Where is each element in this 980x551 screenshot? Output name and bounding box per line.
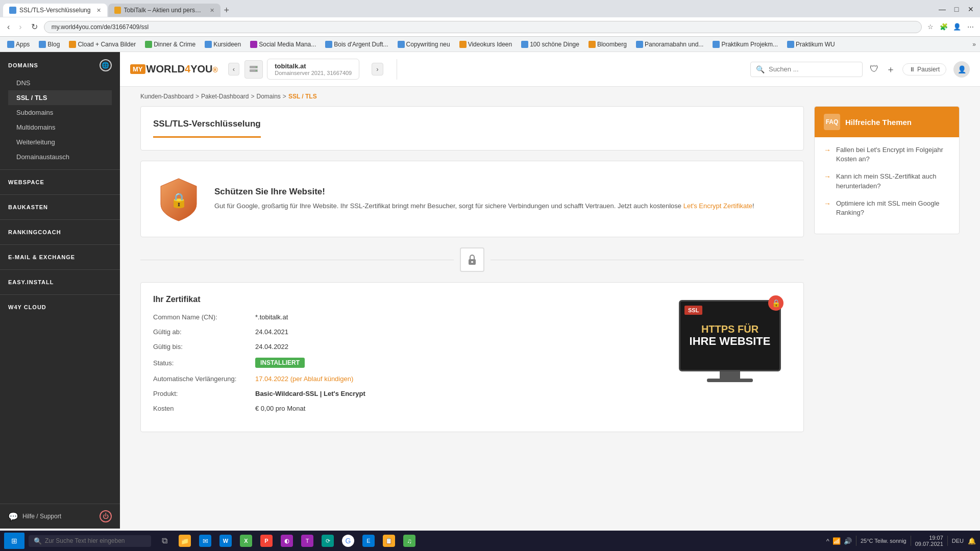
status-badge: INSTALLIERT (255, 358, 305, 368)
reload-button[interactable]: ↻ (28, 21, 41, 33)
server-icon (244, 60, 263, 79)
new-tab-button[interactable]: + (224, 5, 229, 16)
bookmark-cload[interactable]: Cload + Canva Bilder (66, 40, 139, 49)
domain-info: tobitalk.at Domainserver 2021, 31667409 (267, 59, 359, 80)
cert-value-gueltig-ab: 24.04.2021 (255, 328, 288, 336)
sidebar-item-subdomains[interactable]: Subdomains (8, 105, 112, 120)
shield-nav-icon[interactable]: 🛡 (870, 64, 879, 74)
user-profile-icon[interactable]: 👤 (951, 21, 963, 33)
bookmark-icon-dinner (145, 41, 152, 48)
bookmark-icon-praktikum (713, 41, 720, 48)
logout-button[interactable]: ⏻ (100, 510, 112, 522)
sidebar-easy-install-title[interactable]: EASY.INSTALL (8, 279, 112, 285)
maximize-button[interactable]: □ (950, 3, 963, 15)
cert-row-gueltig-ab: Gültig ab: 24.04.2021 (153, 328, 658, 336)
bookmark-icon-panoramabahn (636, 41, 643, 48)
svg-text:🔒: 🔒 (170, 192, 188, 209)
monitor-https: HTTPS FÜR (690, 323, 771, 335)
tab-close-ssl[interactable]: ✕ (96, 7, 101, 14)
minimize-button[interactable]: — (936, 3, 948, 15)
extensions-icon[interactable]: 🧩 (938, 21, 949, 33)
bookmark-panoramabahn[interactable]: Panoramabahn und... (633, 40, 706, 49)
sidebar-divider-3 (0, 219, 120, 220)
sidebar-item-weiterleitung[interactable]: Weiterleitung (8, 135, 112, 149)
bookmark-dinner[interactable]: Dinner & Crime (142, 40, 199, 49)
pausiert-button[interactable]: ⏸ Pausiert (902, 63, 946, 76)
sidebar-item-domainaustausch[interactable]: Domainaustausch (8, 149, 112, 164)
sidebar-item-multidomains[interactable]: Multidomains (8, 120, 112, 135)
side-panel: FAQ Hilfreiche Themen → Fallen bei Let's… (814, 106, 960, 432)
divider-line-left (140, 260, 454, 260)
bookmark-label-dinner: Dinner & Crime (154, 41, 195, 48)
sidebar-divider-5 (0, 269, 120, 270)
bookmark-social[interactable]: Social Media Mana... (247, 40, 319, 49)
help-item-1[interactable]: → Fallen bei Let's Encrypt im Folgejahr … (824, 145, 950, 164)
breadcrumb-kunden[interactable]: Kunden-Dashboard (140, 93, 193, 100)
breadcrumb-paket[interactable]: Paket-Dashboard (201, 93, 249, 100)
browser-window: SSL/TLS-Verschlüsselung ✕ TobiTalk – Akt… (0, 0, 980, 529)
tab-ssl[interactable]: SSL/TLS-Verschlüsselung ✕ (3, 4, 107, 17)
bookmark-copywriting[interactable]: Copywriting neu (395, 40, 453, 49)
bookmark-bois[interactable]: Bois d'Argent Duft... (322, 40, 391, 49)
cert-label-gueltig-ab: Gültig ab: (153, 328, 255, 336)
bookmark-label-blog: Blog (47, 41, 60, 48)
svg-point-3 (256, 70, 257, 71)
bookmark-kursideen[interactable]: Kursideen (202, 40, 244, 49)
sidebar-item-ssl-tls[interactable]: SSL / TLS (8, 90, 112, 105)
top-navbar: MY WORLD4YOU® ‹ (120, 52, 980, 87)
monitor-base (707, 379, 753, 382)
breadcrumb-domains[interactable]: Domains (257, 93, 281, 100)
search-input[interactable] (769, 65, 857, 73)
bookmark-label-social: Social Media Mana... (259, 41, 316, 48)
ssl-badge: SSL (684, 306, 702, 315)
sidebar-item-dns[interactable]: DNS (8, 76, 112, 90)
bookmark-icon[interactable]: ☆ (925, 21, 936, 33)
bookmark-100dinge[interactable]: 100 schöne Dinge (518, 40, 582, 49)
bookmarks-more-button[interactable]: » (972, 41, 976, 48)
sidebar-w4y-cloud-title[interactable]: W4Y CLOUD (8, 304, 112, 310)
bookmark-praktikum-wu[interactable]: Praktikum WU (784, 40, 838, 49)
back-button[interactable]: ‹ (4, 21, 13, 33)
globe-icon[interactable]: 🌐 (100, 59, 112, 71)
ssl-intro-card: 🔒 Schützen Sie Ihre Website! Gut für Goo… (140, 161, 804, 237)
breadcrumb-sep-3: > (283, 93, 286, 100)
help-item-2[interactable]: → Kann ich mein SSL-Zertifikat auch heru… (824, 172, 950, 190)
bookmark-bloomberg[interactable]: Bloomberg (585, 40, 630, 49)
support-button[interactable]: 💬 Hilfe / Support (8, 512, 61, 521)
tab-favicon-ssl (9, 7, 16, 14)
close-window-button[interactable]: ✕ (965, 3, 977, 15)
page-wrapper: DOMAINS 🌐 DNS SSL / TLS Subdomains Multi… (0, 52, 980, 529)
bookmark-icon-bois (325, 41, 332, 48)
cert-row-produkt: Produkt: Basic-Wildcard-SSL | Let's Encr… (153, 390, 658, 397)
support-label: Hilfe / Support (22, 513, 61, 520)
address-input[interactable] (44, 21, 922, 33)
help-arrow-1: → (824, 146, 831, 154)
tab-close-tobitalk[interactable]: ✕ (210, 7, 214, 14)
add-nav-button[interactable]: ＋ (886, 63, 895, 76)
lets-encrypt-link[interactable]: Let's Encrypt Zertifikate (683, 202, 752, 210)
content-area: SSL/TLS-Verschlüsselung (130, 106, 970, 442)
divider-line-right (491, 260, 804, 260)
shield-container: 🔒 (153, 173, 204, 224)
sidebar-email-title: E-MAIL & EXCHANGE (8, 254, 112, 260)
bookmark-praktikum[interactable]: Praktikum Projekm... (709, 40, 781, 49)
user-avatar[interactable]: 👤 (953, 61, 970, 78)
bookmark-videokurs[interactable]: Videokurs Ideen (456, 40, 516, 49)
ssl-header-card: SSL/TLS-Verschlüsselung (140, 106, 804, 151)
logo: MY WORLD4YOU® (130, 63, 218, 75)
domain-block: tobitalk.at Domainserver 2021, 31667409 (244, 59, 370, 80)
bookmarks-bar: Apps Blog Cload + Canva Bilder Dinner & … (0, 37, 980, 52)
forward-button[interactable]: › (16, 21, 24, 33)
sidebar-webspace-title: WEBSPACE (8, 179, 112, 185)
cert-value-auto-renewal[interactable]: 17.04.2022 (per Ablauf kündigen) (255, 375, 353, 383)
lock-icon (466, 254, 478, 266)
next-domain-button[interactable]: › (372, 63, 383, 76)
help-item-3[interactable]: → Optimiere ich mit SSL mein Google Rank… (824, 199, 950, 217)
bookmark-apps[interactable]: Apps (4, 40, 33, 49)
tab-tobitalk[interactable]: TobiTalk – Aktien und persönlich... ✕ (108, 4, 220, 17)
bookmark-blog[interactable]: Blog (36, 40, 63, 49)
settings-icon[interactable]: ⋯ (965, 21, 976, 33)
cert-title: Ihr Zertifikat (153, 295, 658, 304)
bookmark-label-kursideen: Kursideen (213, 41, 241, 48)
prev-domain-button[interactable]: ‹ (228, 63, 239, 76)
